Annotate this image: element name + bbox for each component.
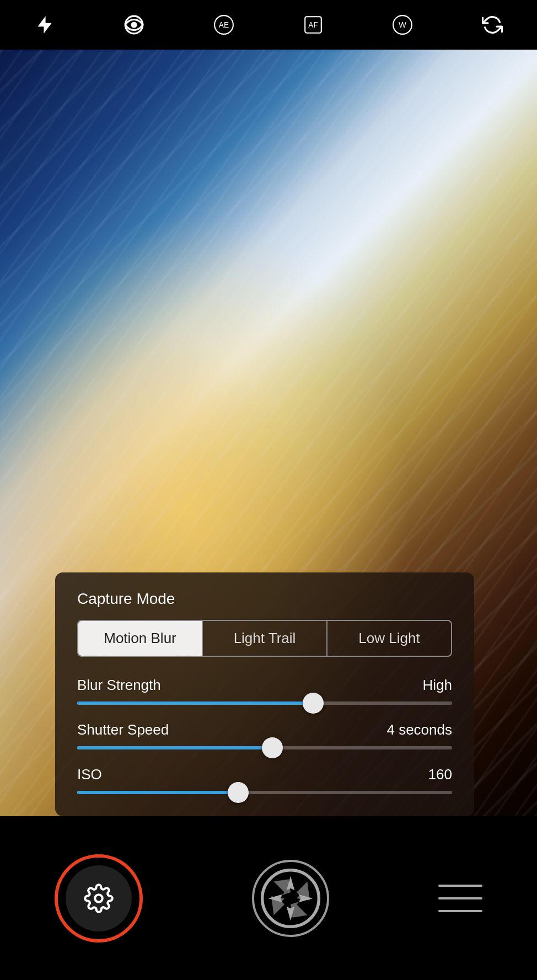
mode-tabs: Motion Blur Light Trail Low Light — [77, 620, 452, 657]
shutter-speed-row: Shutter Speed 4 seconds — [77, 721, 452, 749]
svg-text:AF: AF — [308, 21, 318, 29]
capture-panel-title: Capture Mode — [77, 590, 452, 608]
shutter-speed-track[interactable] — [77, 746, 452, 749]
ae-button[interactable]: AE — [210, 10, 238, 39]
top-toolbar: AE AF W — [0, 0, 537, 50]
shutter-speed-value: 4 seconds — [386, 721, 452, 738]
menu-line-2 — [438, 897, 482, 899]
iso-thumb[interactable] — [228, 782, 249, 803]
menu-button[interactable] — [438, 882, 482, 915]
menu-line-3 — [438, 910, 482, 912]
svg-point-9 — [95, 895, 103, 902]
iso-value: 160 — [428, 766, 452, 783]
iso-label: ISO — [77, 766, 102, 783]
svg-text:AE: AE — [219, 21, 229, 29]
af-button[interactable]: AF — [299, 10, 327, 39]
blur-strength-label: Blur Strength — [77, 677, 161, 694]
wb-button[interactable]: W — [388, 10, 417, 39]
iso-row: ISO 160 — [77, 766, 452, 794]
svg-marker-0 — [37, 16, 51, 34]
blur-strength-row: Blur Strength High — [77, 677, 452, 705]
blur-strength-thumb[interactable] — [303, 693, 324, 714]
blur-strength-track[interactable] — [77, 701, 452, 705]
svg-text:W: W — [399, 20, 407, 29]
blur-strength-value: High — [423, 677, 452, 694]
svg-point-2 — [131, 22, 137, 28]
flash-button[interactable] — [30, 10, 59, 39]
bottom-bar — [0, 816, 537, 980]
iso-track[interactable] — [77, 791, 452, 794]
settings-button-container — [55, 854, 143, 942]
tab-motion-blur[interactable]: Motion Blur — [78, 621, 203, 656]
blur-strength-fill — [77, 701, 313, 705]
tab-low-light[interactable]: Low Light — [327, 621, 451, 656]
iso-fill — [77, 791, 238, 794]
shutter-speed-thumb[interactable] — [262, 737, 283, 758]
shutter-button[interactable] — [252, 860, 329, 937]
eye-button[interactable] — [120, 10, 148, 39]
flip-camera-button[interactable] — [478, 10, 507, 39]
shutter-speed-fill — [77, 746, 272, 749]
shutter-speed-label: Shutter Speed — [77, 721, 169, 738]
gear-icon — [84, 883, 114, 913]
menu-line-1 — [438, 885, 482, 887]
tab-light-trail[interactable]: Light Trail — [203, 621, 327, 656]
shutter-icon — [260, 868, 321, 929]
capture-mode-panel: Capture Mode Motion Blur Light Trail Low… — [55, 572, 474, 816]
settings-button[interactable] — [66, 865, 132, 931]
